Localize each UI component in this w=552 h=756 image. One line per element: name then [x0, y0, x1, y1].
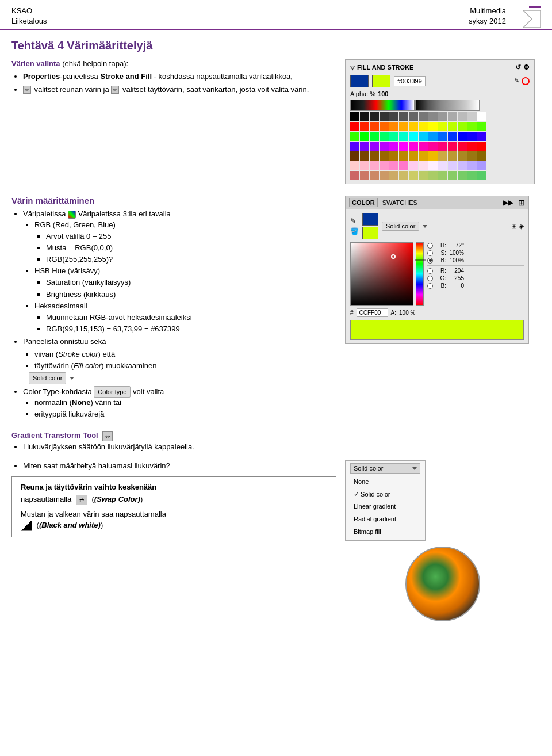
palette-cell[interactable]	[428, 112, 438, 121]
palette-cell[interactable]	[458, 171, 467, 180]
palette-cell[interactable]	[360, 161, 369, 170]
palette-cell[interactable]	[409, 132, 418, 141]
palette-cell[interactable]	[477, 122, 486, 131]
palette-cell[interactable]	[350, 151, 359, 161]
palette-cell[interactable]	[438, 171, 447, 180]
palette-cell[interactable]	[458, 161, 467, 170]
palette-cell[interactable]	[409, 112, 418, 121]
palette-cell[interactable]	[448, 142, 457, 151]
palette-cell[interactable]	[428, 132, 438, 141]
hue-slider[interactable]	[416, 242, 424, 306]
palette-cell[interactable]	[467, 122, 477, 131]
palette-cell[interactable]	[370, 151, 379, 161]
menu-radial[interactable]: Radial gradient	[350, 513, 420, 526]
palette-cell[interactable]	[448, 122, 457, 131]
cp-fill-box[interactable]	[362, 227, 378, 239]
palette-cell[interactable]	[399, 112, 408, 121]
bl-radio[interactable]	[427, 283, 433, 289]
palette-cell[interactable]	[458, 142, 467, 151]
palette-cell[interactable]	[379, 151, 389, 161]
palette-cell[interactable]	[379, 132, 389, 141]
palette-cell[interactable]	[370, 171, 379, 180]
palette-cell[interactable]	[350, 142, 359, 151]
palette-cell[interactable]	[458, 132, 467, 141]
palette-cell[interactable]	[477, 161, 486, 170]
palette-cell[interactable]	[409, 171, 418, 180]
palette-cell[interactable]	[370, 142, 379, 151]
palette-cell[interactable]	[409, 142, 418, 151]
palette-cell[interactable]	[428, 142, 438, 151]
palette-cell[interactable]	[419, 161, 428, 170]
palette-cell[interactable]	[419, 151, 428, 161]
palette-cell[interactable]	[438, 161, 447, 170]
palette-cell[interactable]	[389, 151, 398, 161]
palette-cell[interactable]	[399, 161, 408, 170]
menu-none[interactable]: None	[350, 476, 420, 488]
palette-cell[interactable]	[467, 142, 477, 151]
s-radio[interactable]	[427, 250, 433, 256]
cp-stroke-box[interactable]	[362, 213, 378, 226]
palette-cell[interactable]	[389, 122, 398, 131]
palette-cell[interactable]	[360, 142, 369, 151]
palette-cell[interactable]	[477, 132, 486, 141]
palette-cell[interactable]	[379, 122, 389, 131]
palette-cell[interactable]	[477, 151, 486, 161]
palette-cell[interactable]	[428, 122, 438, 131]
palette-cell[interactable]	[379, 112, 389, 121]
palette-cell[interactable]	[467, 151, 477, 161]
palette-cell[interactable]	[360, 132, 369, 141]
palette-cell[interactable]	[419, 171, 428, 180]
palette-cell[interactable]	[458, 151, 467, 161]
palette-cell[interactable]	[467, 161, 477, 170]
palette-cell[interactable]	[467, 112, 477, 121]
palette-cell[interactable]	[477, 112, 486, 121]
palette-cell[interactable]	[350, 161, 359, 170]
palette-cell[interactable]	[379, 142, 389, 151]
palette-cell[interactable]	[399, 151, 408, 161]
palette-cell[interactable]	[370, 161, 379, 170]
grid-icon[interactable]: ⊞	[518, 198, 525, 207]
color-tab[interactable]: COLOR	[349, 198, 378, 207]
palette-cell[interactable]	[360, 151, 369, 161]
palette-cell[interactable]	[448, 112, 457, 121]
cp-icon1[interactable]: ⊞	[511, 222, 517, 230]
palette-cell[interactable]	[370, 132, 379, 141]
palette-cell[interactable]	[350, 112, 359, 121]
palette-cell[interactable]	[370, 112, 379, 121]
palette-cell[interactable]	[389, 132, 398, 141]
palette-cell[interactable]	[458, 112, 467, 121]
palette-cell[interactable]	[360, 112, 369, 121]
fill-swatch[interactable]	[372, 75, 390, 87]
menu-bitmap[interactable]: Bitmap fill	[350, 526, 420, 539]
h-radio[interactable]	[427, 243, 433, 249]
palette-cell[interactable]	[350, 171, 359, 180]
palette-cell[interactable]	[379, 171, 389, 180]
palette-cell[interactable]	[438, 151, 447, 161]
solid-color-btn[interactable]: Solid color	[29, 372, 66, 384]
hsv-square[interactable]	[350, 242, 413, 306]
palette-cell[interactable]	[350, 122, 359, 131]
palette-cell[interactable]	[448, 161, 457, 170]
g-radio[interactable]	[427, 276, 433, 281]
palette-cell[interactable]	[419, 122, 428, 131]
palette-cell[interactable]	[477, 142, 486, 151]
palette-cell[interactable]	[428, 171, 438, 180]
palette-cell[interactable]	[389, 161, 398, 170]
palette-cell[interactable]	[448, 151, 457, 161]
palette-cell[interactable]	[419, 112, 428, 121]
palette-cell[interactable]	[399, 142, 408, 151]
menu-solid[interactable]: Solid color	[350, 488, 420, 501]
palette-cell[interactable]	[438, 122, 447, 131]
cp-icon2[interactable]: ◈	[519, 222, 524, 230]
palette-cell[interactable]	[409, 122, 418, 131]
stroke-swatch[interactable]	[350, 75, 369, 87]
palette-cell[interactable]	[389, 171, 398, 180]
panel-menu-icon[interactable]: ▶▶	[503, 198, 513, 207]
palette-cell[interactable]	[399, 122, 408, 131]
palette-cell[interactable]	[389, 142, 398, 151]
palette-cell[interactable]	[438, 112, 447, 121]
palette-cell[interactable]	[477, 171, 486, 180]
palette-cell[interactable]	[438, 142, 447, 151]
b-radio[interactable]	[427, 258, 433, 264]
bw-icon[interactable]: ⬚	[21, 521, 32, 531]
